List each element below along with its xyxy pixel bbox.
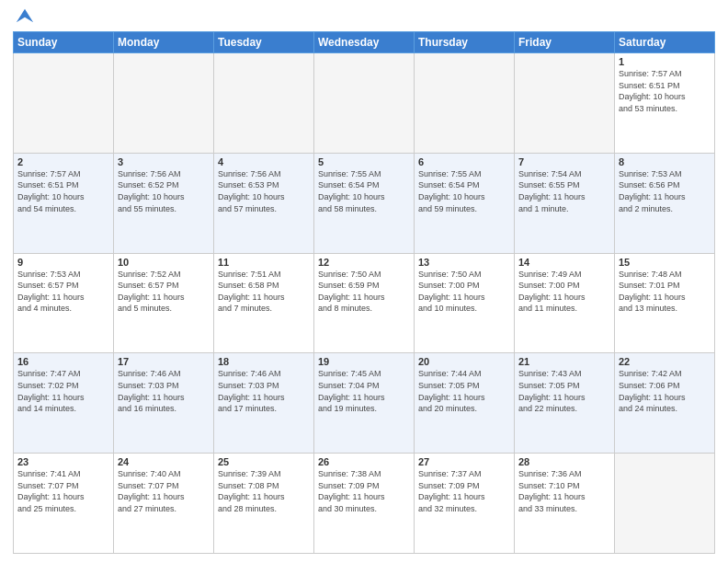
calendar-cell: 19Sunrise: 7:45 AM Sunset: 7:04 PM Dayli… (314, 353, 415, 454)
day-info: Sunrise: 7:45 AM Sunset: 7:04 PM Dayligh… (318, 368, 410, 414)
weekday-header-row: SundayMondayTuesdayWednesdayThursdayFrid… (14, 32, 715, 53)
calendar-cell: 4Sunrise: 7:56 AM Sunset: 6:53 PM Daylig… (214, 153, 314, 253)
day-info: Sunrise: 7:56 AM Sunset: 6:52 PM Dayligh… (118, 168, 210, 214)
calendar-cell: 8Sunrise: 7:53 AM Sunset: 6:56 PM Daylig… (615, 153, 715, 253)
day-number: 5 (318, 156, 410, 167)
calendar-cell: 9Sunrise: 7:53 AM Sunset: 6:57 PM Daylig… (14, 253, 114, 353)
calendar-cell: 11Sunrise: 7:51 AM Sunset: 6:58 PM Dayli… (214, 253, 314, 353)
day-number: 12 (318, 257, 410, 268)
weekday-wednesday: Wednesday (314, 32, 415, 53)
calendar-cell: 24Sunrise: 7:40 AM Sunset: 7:07 PM Dayli… (114, 454, 214, 554)
day-number: 9 (17, 257, 109, 268)
day-info: Sunrise: 7:36 AM Sunset: 7:10 PM Dayligh… (518, 468, 610, 514)
page: SundayMondayTuesdayWednesdayThursdayFrid… (0, 0, 728, 563)
day-info: Sunrise: 7:57 AM Sunset: 6:51 PM Dayligh… (17, 168, 109, 214)
calendar-cell: 20Sunrise: 7:44 AM Sunset: 7:05 PM Dayli… (415, 353, 515, 454)
calendar-cell: 22Sunrise: 7:42 AM Sunset: 7:06 PM Dayli… (615, 353, 715, 454)
day-number: 13 (418, 257, 510, 268)
day-info: Sunrise: 7:47 AM Sunset: 7:02 PM Dayligh… (17, 368, 109, 414)
day-info: Sunrise: 7:41 AM Sunset: 7:07 PM Dayligh… (17, 468, 109, 514)
calendar-cell: 26Sunrise: 7:38 AM Sunset: 7:09 PM Dayli… (314, 454, 415, 554)
day-info: Sunrise: 7:44 AM Sunset: 7:05 PM Dayligh… (418, 368, 510, 414)
calendar-week-row: 23Sunrise: 7:41 AM Sunset: 7:07 PM Dayli… (14, 454, 715, 554)
day-info: Sunrise: 7:43 AM Sunset: 7:05 PM Dayligh… (518, 368, 610, 414)
calendar-week-row: 9Sunrise: 7:53 AM Sunset: 6:57 PM Daylig… (14, 253, 715, 353)
svg-marker-0 (17, 9, 33, 23)
day-info: Sunrise: 7:48 AM Sunset: 7:01 PM Dayligh… (619, 269, 711, 315)
day-number: 18 (218, 356, 310, 367)
calendar-cell: 13Sunrise: 7:50 AM Sunset: 7:00 PM Dayli… (415, 253, 515, 353)
calendar-week-row: 1Sunrise: 7:57 AM Sunset: 6:51 PM Daylig… (14, 53, 715, 154)
day-info: Sunrise: 7:54 AM Sunset: 6:55 PM Dayligh… (518, 168, 610, 214)
day-number: 26 (318, 456, 410, 467)
day-number: 3 (118, 156, 210, 167)
calendar-cell: 15Sunrise: 7:48 AM Sunset: 7:01 PM Dayli… (615, 253, 715, 353)
day-number: 7 (518, 156, 610, 167)
day-info: Sunrise: 7:53 AM Sunset: 6:56 PM Dayligh… (619, 168, 711, 214)
calendar-cell: 7Sunrise: 7:54 AM Sunset: 6:55 PM Daylig… (515, 153, 615, 253)
day-info: Sunrise: 7:55 AM Sunset: 6:54 PM Dayligh… (318, 168, 410, 214)
calendar-week-row: 2Sunrise: 7:57 AM Sunset: 6:51 PM Daylig… (14, 153, 715, 253)
day-number: 16 (17, 356, 109, 367)
day-info: Sunrise: 7:46 AM Sunset: 7:03 PM Dayligh… (218, 368, 310, 414)
calendar-cell (515, 53, 615, 154)
calendar-cell: 1Sunrise: 7:57 AM Sunset: 6:51 PM Daylig… (615, 53, 715, 154)
day-number: 21 (518, 356, 610, 367)
weekday-friday: Friday (515, 32, 615, 53)
day-number: 28 (518, 456, 610, 467)
weekday-thursday: Thursday (415, 32, 515, 53)
day-info: Sunrise: 7:46 AM Sunset: 7:03 PM Dayligh… (118, 368, 210, 414)
day-info: Sunrise: 7:53 AM Sunset: 6:57 PM Dayligh… (17, 269, 109, 315)
calendar-cell: 25Sunrise: 7:39 AM Sunset: 7:08 PM Dayli… (214, 454, 314, 554)
day-info: Sunrise: 7:55 AM Sunset: 6:54 PM Dayligh… (418, 168, 510, 214)
day-number: 2 (17, 156, 109, 167)
calendar-cell: 27Sunrise: 7:37 AM Sunset: 7:09 PM Dayli… (415, 454, 515, 554)
calendar-cell: 18Sunrise: 7:46 AM Sunset: 7:03 PM Dayli… (214, 353, 314, 454)
day-number: 10 (118, 257, 210, 268)
weekday-sunday: Sunday (14, 32, 114, 53)
weekday-tuesday: Tuesday (214, 32, 314, 53)
calendar-cell: 3Sunrise: 7:56 AM Sunset: 6:52 PM Daylig… (114, 153, 214, 253)
day-number: 27 (418, 456, 510, 467)
calendar-week-row: 16Sunrise: 7:47 AM Sunset: 7:02 PM Dayli… (14, 353, 715, 454)
day-number: 6 (418, 156, 510, 167)
calendar-cell (14, 53, 114, 154)
day-number: 11 (218, 257, 310, 268)
calendar-cell: 14Sunrise: 7:49 AM Sunset: 7:00 PM Dayli… (515, 253, 615, 353)
day-info: Sunrise: 7:38 AM Sunset: 7:09 PM Dayligh… (318, 468, 410, 514)
weekday-saturday: Saturday (615, 32, 715, 53)
calendar-cell (114, 53, 214, 154)
day-info: Sunrise: 7:49 AM Sunset: 7:00 PM Dayligh… (518, 269, 610, 315)
day-info: Sunrise: 7:42 AM Sunset: 7:06 PM Dayligh… (619, 368, 711, 414)
weekday-monday: Monday (114, 32, 214, 53)
day-number: 19 (318, 356, 410, 367)
calendar-cell (314, 53, 415, 154)
day-info: Sunrise: 7:56 AM Sunset: 6:53 PM Dayligh… (218, 168, 310, 214)
calendar-cell: 12Sunrise: 7:50 AM Sunset: 6:59 PM Dayli… (314, 253, 415, 353)
day-number: 1 (619, 56, 711, 67)
day-number: 20 (418, 356, 510, 367)
day-info: Sunrise: 7:37 AM Sunset: 7:09 PM Dayligh… (418, 468, 510, 514)
calendar-cell: 10Sunrise: 7:52 AM Sunset: 6:57 PM Dayli… (114, 253, 214, 353)
calendar-cell (415, 53, 515, 154)
day-info: Sunrise: 7:57 AM Sunset: 6:51 PM Dayligh… (619, 68, 711, 114)
calendar-cell: 28Sunrise: 7:36 AM Sunset: 7:10 PM Dayli… (515, 454, 615, 554)
calendar-cell: 17Sunrise: 7:46 AM Sunset: 7:03 PM Dayli… (114, 353, 214, 454)
day-info: Sunrise: 7:50 AM Sunset: 7:00 PM Dayligh… (418, 269, 510, 315)
day-number: 23 (17, 456, 109, 467)
logo (13, 9, 35, 26)
day-number: 24 (118, 456, 210, 467)
calendar-cell (214, 53, 314, 154)
calendar-table: SundayMondayTuesdayWednesdayThursdayFrid… (13, 31, 715, 554)
day-number: 4 (218, 156, 310, 167)
logo-icon (15, 6, 35, 26)
header (13, 9, 715, 26)
calendar-cell: 23Sunrise: 7:41 AM Sunset: 7:07 PM Dayli… (14, 454, 114, 554)
day-info: Sunrise: 7:50 AM Sunset: 6:59 PM Dayligh… (318, 269, 410, 315)
calendar-cell: 5Sunrise: 7:55 AM Sunset: 6:54 PM Daylig… (314, 153, 415, 253)
day-info: Sunrise: 7:40 AM Sunset: 7:07 PM Dayligh… (118, 468, 210, 514)
calendar-cell (615, 454, 715, 554)
day-number: 15 (619, 257, 711, 268)
calendar-cell: 2Sunrise: 7:57 AM Sunset: 6:51 PM Daylig… (14, 153, 114, 253)
day-number: 22 (619, 356, 711, 367)
